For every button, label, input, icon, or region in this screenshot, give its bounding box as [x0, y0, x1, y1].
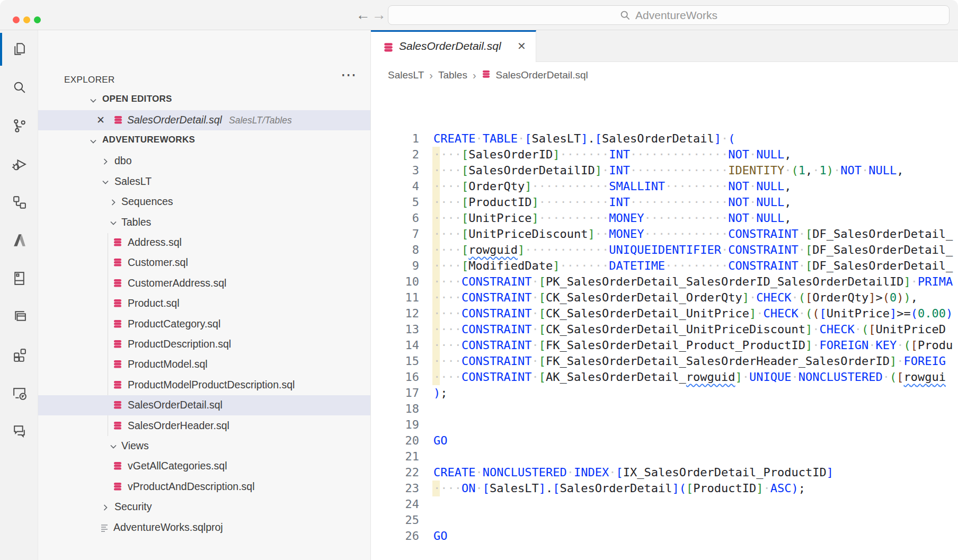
- code-line-25[interactable]: 25: [371, 512, 958, 528]
- tree-item-tables[interactable]: Tables: [38, 212, 370, 233]
- tree-item-salesorderheader-sql[interactable]: SalesOrderHeader.sql: [38, 416, 370, 436]
- code-line-20[interactable]: 20GO: [371, 433, 958, 449]
- database-icon: [113, 257, 122, 267]
- tree-item-productcategory-sql[interactable]: ProductCategory.sql: [38, 314, 370, 334]
- code-line-3[interactable]: 3····[SalesOrderDetailID]·INT···········…: [371, 163, 958, 179]
- tree-item-customer-sql[interactable]: Customer.sql: [38, 253, 370, 273]
- tree-item-saleslt[interactable]: SalesLT: [38, 172, 370, 192]
- remote-explorer-icon: [11, 384, 28, 402]
- activity-item-run-debug[interactable]: [0, 145, 38, 183]
- section-open-editors[interactable]: OPEN EDITORS: [38, 90, 370, 110]
- breadcrumb-item[interactable]: SalesOrderDetail.sql: [496, 69, 588, 81]
- line-number: 1: [371, 131, 419, 147]
- tree-item-customeraddress-sql[interactable]: CustomerAddress.sql: [38, 273, 370, 294]
- code-line-23[interactable]: 23····ON·[SalesLT].[SalesOrderDetail]([P…: [371, 481, 958, 496]
- forward-arrow-icon[interactable]: →: [370, 5, 388, 25]
- more-actions-icon[interactable]: ⋯: [338, 65, 359, 84]
- line-number: 12: [371, 306, 419, 322]
- activity-item-notebook[interactable]: [0, 259, 38, 297]
- database-icon: [113, 421, 122, 430]
- line-number: 18: [371, 401, 419, 417]
- database-icon: [113, 482, 122, 491]
- code-line-16[interactable]: 16····CONSTRAINT·[AK_SalesOrderDetail_ro…: [371, 369, 958, 385]
- code-line-14[interactable]: 14····CONSTRAINT·[FK_SalesOrderDetail_Pr…: [371, 337, 958, 353]
- chevron-right-icon: [101, 503, 110, 512]
- item-label: SalesOrderDetail.sql: [128, 399, 223, 411]
- code-line-18[interactable]: 18: [371, 401, 958, 417]
- activity-item-azure[interactable]: [0, 221, 38, 259]
- code-line-1[interactable]: 1CREATE·TABLE·[SalesLT].[SalesOrderDetai…: [371, 131, 958, 147]
- code-line-21[interactable]: 21: [371, 449, 958, 465]
- code-line-6[interactable]: 6····[UnitPrice]··········MONEY·········…: [371, 210, 958, 226]
- tab-bar: SalesOrderDetail.sql ✕: [371, 30, 958, 62]
- code-line-2[interactable]: 2····[SalesOrderID]·······INT···········…: [371, 147, 958, 163]
- activity-item-source-control[interactable]: [0, 106, 38, 145]
- tree-item-address-sql[interactable]: Address.sql: [38, 233, 370, 253]
- code-line-24[interactable]: 24: [371, 496, 958, 512]
- close-window-button[interactable]: [13, 16, 20, 23]
- tree-item-vproductanddescription-sql[interactable]: vProductAndDescription.sql: [38, 477, 370, 497]
- code-editor[interactable]: 1CREATE·TABLE·[SalesLT].[SalesOrderDetai…: [371, 101, 958, 560]
- code-line-11[interactable]: 11····CONSTRAINT·[CK_SalesOrderDetail_Or…: [371, 290, 958, 306]
- activity-item-remote-explorer[interactable]: [0, 374, 38, 412]
- tree-item-productmodelproductdescription-sql[interactable]: ProductModelProductDescription.sql: [38, 375, 370, 395]
- titlebar: ← → AdventureWorks: [0, 0, 958, 30]
- tree-item-views[interactable]: Views: [38, 436, 370, 456]
- activity-item-extensions[interactable]: [0, 335, 38, 374]
- item-label: Address.sql: [128, 236, 182, 248]
- source-control-icon: [11, 117, 28, 135]
- section-adventureworks[interactable]: ADVENTUREWORKS: [38, 131, 370, 151]
- breadcrumb-item[interactable]: SalesLT: [388, 69, 424, 81]
- tree-item-dbo[interactable]: dbo: [38, 151, 370, 171]
- breadcrumb-item[interactable]: Tables: [438, 69, 467, 81]
- code-line-10[interactable]: 10····CONSTRAINT·[PK_SalesOrderDetail_Sa…: [371, 274, 958, 290]
- code-line-7[interactable]: 7····[UnitPriceDiscount]··MONEY·········…: [371, 226, 958, 242]
- activity-item-search[interactable]: [0, 68, 38, 106]
- code-line-5[interactable]: 5····[ProductID]··········INT···········…: [371, 194, 958, 210]
- activity-bar: [0, 30, 38, 560]
- item-label: ADVENTUREWORKS: [102, 135, 195, 145]
- code-line-4[interactable]: 4····[OrderQty]···········SMALLINT······…: [371, 179, 958, 194]
- close-icon[interactable]: ✕: [96, 114, 105, 126]
- zoom-window-button[interactable]: [34, 16, 41, 23]
- code-line-26[interactable]: 26GO: [371, 528, 958, 544]
- database-icon: [113, 319, 122, 328]
- code-line-19[interactable]: 19: [371, 417, 958, 433]
- code-line-15[interactable]: 15····CONSTRAINT·[FK_SalesOrderDetail_Sa…: [371, 353, 958, 369]
- tree-item-productdescription-sql[interactable]: ProductDescription.sql: [38, 334, 370, 354]
- azure-icon: [11, 232, 28, 249]
- tree-item-adventureworks-sqlproj[interactable]: AdventureWorks.sqlproj: [38, 518, 370, 538]
- activity-item-windows[interactable]: [0, 297, 38, 335]
- breadcrumb-separator: ›: [473, 69, 476, 82]
- item-label: Customer.sql: [128, 256, 188, 269]
- open-editor-item[interactable]: ✕ SalesOrderDetail.sqlSalesLT/Tables: [38, 110, 370, 130]
- code-line-12[interactable]: 12····CONSTRAINT·[CK_SalesOrderDetail_Un…: [371, 306, 958, 322]
- search-icon: [620, 10, 631, 21]
- item-label: ProductCategory.sql: [128, 318, 220, 330]
- tree-item-sequences[interactable]: Sequences: [38, 192, 370, 212]
- activity-item-comments[interactable]: [0, 412, 38, 450]
- code-line-22[interactable]: 22CREATE·NONCLUSTERED·INDEX·[IX_SalesOrd…: [371, 465, 958, 481]
- breadcrumb: SalesLT›Tables› SalesOrderDetail.sql: [388, 66, 588, 84]
- tree-item-security[interactable]: Security: [38, 497, 370, 517]
- line-number: 26: [371, 528, 419, 544]
- command-center-search[interactable]: AdventureWorks: [388, 5, 950, 25]
- tree-item-vgetallcategories-sql[interactable]: vGetAllCategories.sql: [38, 456, 370, 476]
- tree-item-salesorderdetail-sql[interactable]: SalesOrderDetail.sql: [38, 395, 370, 415]
- activity-item-explorer[interactable]: [0, 30, 38, 68]
- minimize-window-button[interactable]: [23, 16, 30, 23]
- back-arrow-icon[interactable]: ←: [354, 5, 372, 25]
- tab-close-icon[interactable]: ✕: [517, 40, 526, 52]
- tab-salesorderdetail[interactable]: SalesOrderDetail.sql ✕: [371, 30, 536, 62]
- activity-item-connections[interactable]: [0, 183, 38, 221]
- tree-item-productmodel-sql[interactable]: ProductModel.sql: [38, 354, 370, 375]
- search-icon: [11, 79, 28, 96]
- code-line-8[interactable]: 8····[rowguid]············UNIQUEIDENTIFI…: [371, 242, 958, 258]
- code-line-9[interactable]: 9····[ModifiedDate]·······DATETIME······…: [371, 258, 958, 274]
- code-line-17[interactable]: 17);: [371, 385, 958, 401]
- code-line-13[interactable]: 13····CONSTRAINT·[CK_SalesOrderDetail_Un…: [371, 322, 958, 337]
- line-number: 8: [371, 242, 419, 258]
- tree-item-product-sql[interactable]: Product.sql: [38, 294, 370, 314]
- chevron-down-icon: [109, 218, 118, 228]
- explorer-sidebar: EXPLORER ⋯ OPEN EDITORS✕ SalesOrderDetai…: [38, 30, 370, 560]
